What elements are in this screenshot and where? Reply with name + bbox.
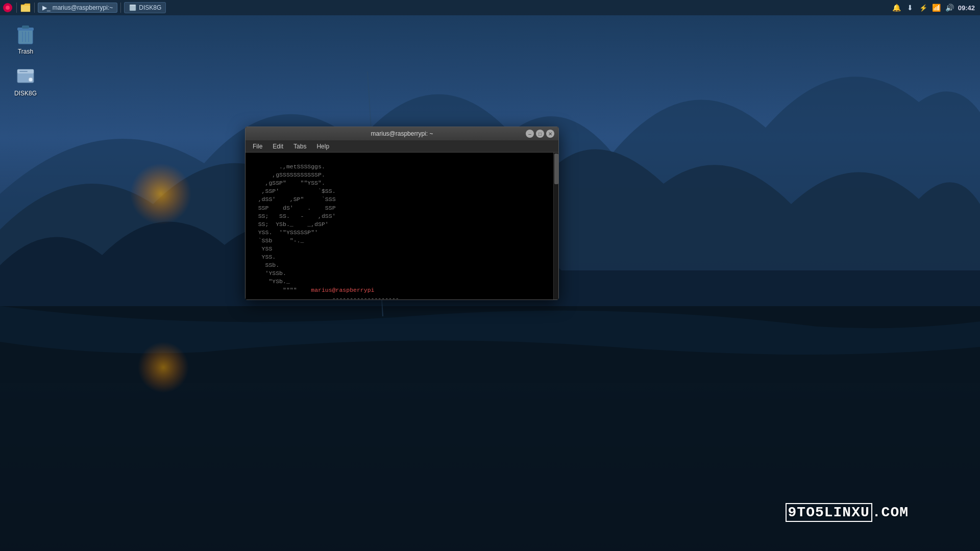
svg-point-9	[5, 7, 6, 8]
watermark-text1: 9TO5LINXU	[786, 503, 872, 522]
disk8g-taskbar-label: DISK8G	[139, 4, 161, 11]
file-manager-icon	[20, 3, 31, 12]
disk8g-svg	[15, 65, 36, 86]
desktop: ▶_ marius@raspberrypi:~ DISK8G 🔔 ⬇ ⚡ �	[0, 0, 980, 551]
disk8g-image	[13, 63, 38, 88]
taskbar-separator-1	[16, 3, 17, 13]
disk8g-desktop-icon[interactable]: DISK8G	[5, 61, 46, 99]
taskbar-separator-2	[34, 3, 35, 13]
scrollbar-thumb[interactable]	[554, 154, 558, 184]
svg-point-10	[10, 7, 11, 8]
disk8g-desktop-label: DISK8G	[14, 90, 37, 97]
trash-label: Trash	[18, 48, 33, 55]
terminal-body[interactable]: .,metSSSSggs. ,gSSSSSSSSSSSP. ,gSSP" ""Y…	[246, 153, 553, 299]
menu-edit[interactable]: Edit	[267, 142, 288, 151]
terminal-titlebar: marius@raspberrypi: ~ – □ ✕	[246, 127, 558, 140]
svg-point-22	[29, 78, 33, 82]
wifi-icon[interactable]: 📶	[932, 3, 942, 13]
svg-rect-11	[21, 6, 30, 12]
svg-rect-23	[19, 71, 28, 72]
terminal-icon: ▶_	[42, 4, 51, 11]
disk8g-taskbar-button[interactable]: DISK8G	[124, 2, 166, 13]
taskbar: ▶_ marius@raspberrypi:~ DISK8G 🔔 ⬇ ⚡ �	[0, 0, 980, 15]
taskbar-right: 🔔 ⬇ ⚡ 📶 🔊 09:42	[892, 3, 978, 13]
svg-rect-16	[22, 26, 29, 29]
terminal-scrollbar[interactable]	[553, 153, 558, 299]
trash-icon[interactable]: Trash	[5, 19, 46, 57]
terminal-maximize-button[interactable]: □	[536, 130, 544, 138]
taskbar-left: ▶_ marius@raspberrypi:~ DISK8G	[2, 2, 166, 13]
svg-point-8	[8, 4, 10, 6]
taskbar-separator-3	[120, 3, 121, 13]
trash-image	[13, 21, 38, 46]
svg-point-7	[5, 4, 7, 6]
volume-icon[interactable]: 🔊	[945, 3, 955, 13]
terminal-window-buttons: – □ ✕	[526, 130, 554, 138]
terminal-minimize-button[interactable]: –	[526, 130, 534, 138]
watermark-text2: .COM	[872, 505, 909, 520]
notification-icon[interactable]: 🔔	[892, 3, 902, 13]
terminal-close-button[interactable]: ✕	[546, 130, 554, 138]
terminal-window: marius@raspberrypi: ~ – □ ✕ File Edit Ta…	[245, 127, 559, 300]
terminal-content: .,metSSSSggs. ,gSSSSSSSSSSSP. ,gSSP" ""Y…	[246, 153, 558, 299]
drive-icon	[129, 4, 137, 12]
trash-svg	[15, 22, 36, 45]
raspberry-pi-button[interactable]	[2, 2, 13, 13]
file-manager-button[interactable]	[20, 2, 31, 13]
svg-point-2	[130, 163, 191, 224]
terminal-taskbar-label: marius@raspberrypi:~	[53, 4, 113, 11]
watermark: 9TO5LINXU.COM	[786, 505, 909, 520]
svg-point-3	[138, 342, 189, 393]
clock: 09:42	[958, 4, 975, 12]
menu-file[interactable]: File	[248, 142, 267, 151]
terminal-taskbar-button[interactable]: ▶_ marius@raspberrypi:~	[38, 3, 117, 13]
raspberry-pi-icon	[3, 3, 13, 13]
svg-rect-13	[130, 5, 136, 7]
download-icon[interactable]: ⬇	[905, 3, 915, 13]
menu-help[interactable]: Help	[311, 142, 334, 151]
terminal-title-text: marius@raspberrypi: ~	[250, 130, 554, 137]
svg-point-6	[6, 6, 10, 10]
menu-tabs[interactable]: Tabs	[288, 142, 311, 151]
terminal-menubar: File Edit Tabs Help	[246, 140, 558, 153]
bluetooth-icon[interactable]: ⚡	[918, 3, 928, 13]
